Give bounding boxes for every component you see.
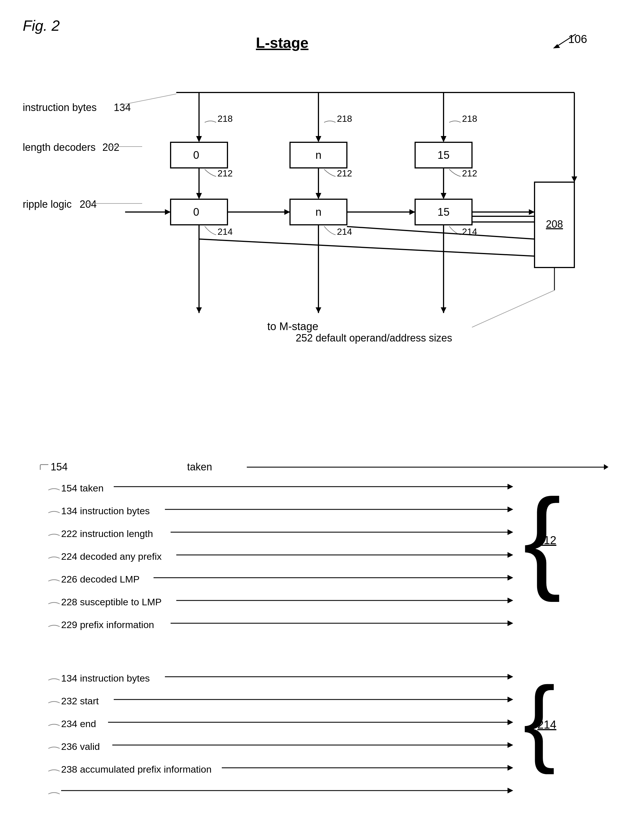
svg-marker-85 <box>507 552 513 558</box>
svg-text:to M-stage: to M-stage <box>267 320 319 332</box>
signal-group-212-svg: { 212 154 taken 134 instruction bytes 22… <box>40 482 580 669</box>
svg-marker-79 <box>507 507 513 512</box>
svg-marker-102 <box>507 697 513 702</box>
fig-label: Fig. 2 <box>23 17 60 34</box>
svg-text:n: n <box>315 206 321 218</box>
svg-text:154 taken: 154 taken <box>61 483 103 493</box>
svg-marker-13 <box>196 136 202 142</box>
svg-text:229 prefix information: 229 prefix information <box>61 619 154 630</box>
svg-line-67 <box>472 290 555 327</box>
svg-marker-99 <box>507 674 513 680</box>
page: Fig. 2 L-stage 106 instruction bytes 134… <box>0 0 644 825</box>
svg-marker-64 <box>441 307 447 313</box>
svg-text:212: 212 <box>462 168 477 178</box>
svg-marker-15 <box>316 136 321 142</box>
svg-text:208: 208 <box>546 218 563 230</box>
svg-text:252 default operand/address si: 252 default operand/address sizes <box>296 332 452 344</box>
svg-text:228 susceptible to LMP: 228 susceptible to LMP <box>61 596 162 607</box>
svg-text:214: 214 <box>217 227 233 237</box>
stage-label: L-stage <box>256 34 308 51</box>
svg-marker-91 <box>507 598 513 603</box>
main-diagram: instruction bytes 134 length decoders 20… <box>17 57 626 416</box>
signal-group-214-svg: { 214 134 instruction bytes 232 start 23… <box>40 672 580 825</box>
svg-text:234 end: 234 end <box>61 718 96 729</box>
svg-text:0: 0 <box>193 206 199 218</box>
svg-marker-37 <box>165 209 171 215</box>
svg-text:202: 202 <box>102 141 119 153</box>
svg-text:212: 212 <box>337 168 352 178</box>
svg-text:218: 218 <box>337 114 352 124</box>
svg-marker-111 <box>507 765 513 771</box>
svg-marker-32 <box>316 193 321 199</box>
svg-marker-108 <box>507 742 513 748</box>
svg-line-4 <box>119 94 176 105</box>
svg-marker-113 <box>507 788 513 793</box>
svg-text:204: 204 <box>80 198 97 210</box>
svg-marker-45 <box>410 209 415 215</box>
svg-marker-60 <box>196 307 202 313</box>
signal-group-212: 154 taken { 212 154 taken 134 instructio… <box>40 461 609 669</box>
svg-text:218: 218 <box>462 114 477 124</box>
svg-text:224 decoded any prefix: 224 decoded any prefix <box>61 551 162 562</box>
signal-label: 154 <box>51 461 187 473</box>
svg-text:222 instruction length: 222 instruction length <box>61 528 153 539</box>
svg-text:0: 0 <box>193 149 199 161</box>
svg-text:214: 214 <box>337 227 352 237</box>
svg-marker-41 <box>284 209 290 215</box>
svg-text:214: 214 <box>538 718 556 731</box>
svg-marker-88 <box>507 575 513 581</box>
signal-row: 154 taken <box>40 461 609 473</box>
svg-text:15: 15 <box>438 149 450 161</box>
svg-line-58 <box>199 239 535 256</box>
svg-text:232 start: 232 start <box>61 695 99 706</box>
svg-marker-29 <box>196 193 202 199</box>
svg-text:212: 212 <box>217 168 233 178</box>
signal-text: taken <box>187 461 244 473</box>
svg-marker-76 <box>507 484 513 490</box>
svg-text:15: 15 <box>438 206 450 218</box>
curl-icon <box>40 464 48 470</box>
svg-text:236 valid: 236 valid <box>61 741 100 752</box>
svg-text:212: 212 <box>538 534 556 546</box>
svg-text:n: n <box>315 149 321 161</box>
svg-marker-82 <box>507 529 513 535</box>
svg-text:134 instruction bytes: 134 instruction bytes <box>61 673 150 684</box>
svg-text:134 instruction bytes: 134 instruction bytes <box>61 505 150 516</box>
svg-marker-94 <box>507 620 513 626</box>
svg-marker-35 <box>441 193 447 199</box>
svg-text:226 decoded LMP: 226 decoded LMP <box>61 574 140 584</box>
svg-text:ripple logic: ripple logic <box>23 198 72 210</box>
svg-text:238 accumulated prefix informa: 238 accumulated prefix information <box>61 764 211 775</box>
svg-line-57 <box>347 227 535 239</box>
svg-marker-49 <box>529 209 535 215</box>
signal-group-214: { 214 134 instruction bytes 232 start 23… <box>40 672 609 825</box>
svg-text:218: 218 <box>217 114 233 124</box>
svg-text:instruction bytes: instruction bytes <box>23 102 97 113</box>
svg-marker-105 <box>507 720 513 725</box>
svg-text:length decoders: length decoders <box>23 141 96 153</box>
arrow-106-icon <box>547 28 581 51</box>
svg-line-0 <box>556 34 576 47</box>
svg-marker-62 <box>316 307 321 313</box>
svg-marker-17 <box>441 136 447 142</box>
svg-marker-71 <box>572 176 577 182</box>
